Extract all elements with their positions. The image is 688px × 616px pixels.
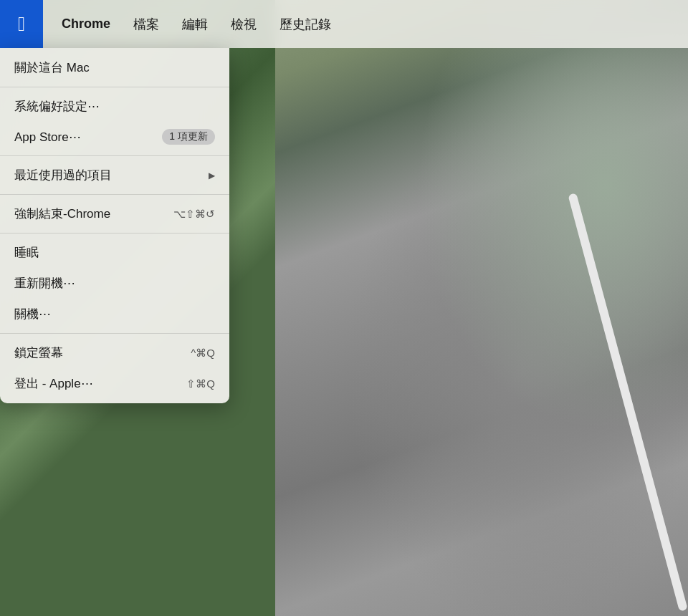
apple-dropdown-menu: 關於這台 Mac 系統偏好設定⋯ App Store⋯ 1 項更新 最近使用過的… [0,48,229,403]
menu-item-restart[interactable]: 重新開機⋯ [0,268,229,299]
separator-3 [0,194,229,195]
road-curve [275,0,688,616]
apple-menu-button[interactable]:  [0,0,43,48]
menubar-item-chrome[interactable]: Chrome [50,0,122,48]
menu-item-app-store[interactable]: App Store⋯ 1 項更新 [0,122,229,152]
menu-item-logout[interactable]: 登出 - Apple⋯ ⇧⌘Q [0,368,229,399]
separator-1 [0,87,229,87]
menu-item-recent-items[interactable]: 最近使用過的項目 ▶ [0,160,229,191]
menu-item-system-prefs[interactable]: 系統偏好設定⋯ [0,91,229,122]
force-quit-shortcut: ⌥⇧⌘↺ [173,208,215,221]
logout-shortcut: ⇧⌘Q [186,377,215,390]
separator-5 [0,333,229,334]
menu-item-about-mac[interactable]: 關於這台 Mac [0,52,229,83]
separator-4 [0,233,229,234]
apple-logo-icon:  [18,14,25,34]
menubar-item-view[interactable]: 檢視 [219,0,268,48]
menubar-item-history[interactable]: 歷史記錄 [268,0,343,48]
lock-screen-shortcut: ^⌘Q [191,347,215,360]
menu-item-force-quit[interactable]: 強制結束-Chrome ⌥⇧⌘↺ [0,198,229,229]
road-background [275,0,688,616]
menu-item-shutdown[interactable]: 關機⋯ [0,299,229,329]
menubar-item-edit[interactable]: 編輯 [171,0,219,48]
menu-item-sleep[interactable]: 睡眠 [0,237,229,268]
menu-item-lock-screen[interactable]: 鎖定螢幕 ^⌘Q [0,337,229,368]
menubar:  Chrome 檔案 編輯 檢視 歷史記錄 [0,0,688,48]
submenu-arrow-icon: ▶ [209,170,215,181]
separator-2 [0,155,229,156]
menubar-item-file[interactable]: 檔案 [122,0,171,48]
app-store-badge: 1 項更新 [162,129,215,145]
